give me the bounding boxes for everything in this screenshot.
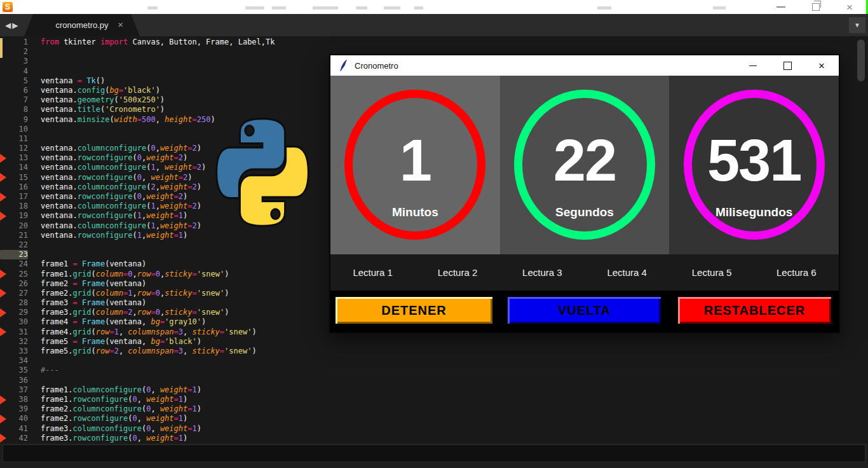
counter-panel-milisegundos: 531Milisegundos (669, 76, 839, 254)
line-number: 8 (0, 105, 28, 114)
titlebar-text-fragment (272, 6, 286, 10)
code-text: frame1.columnconfigure(0, weight=1) (28, 385, 201, 394)
code-text (28, 57, 41, 65)
code-line[interactable]: 41frame3.columnconfigure(0, weight=1) (0, 424, 868, 434)
button-row: DETENERVUELTARESTABLECER (330, 291, 839, 332)
code-text: ventana.title('Cronometro') (28, 105, 165, 114)
cronometro-maximize-button[interactable] (770, 55, 804, 76)
tk-feather-icon (338, 59, 349, 72)
code-text: ventana.columnconfigure(1, weight=2) (28, 163, 206, 172)
code-text: frame4 = Frame(ventana, bg='gray10') (28, 317, 206, 326)
restablecer-button[interactable]: RESTABLECER (678, 297, 831, 324)
detener-button[interactable]: DETENER (336, 297, 492, 324)
cronometro-close-button[interactable]: × (804, 55, 839, 76)
tab-scroll-right-icon[interactable]: ▶ (12, 21, 18, 30)
code-text (28, 240, 41, 249)
code-line[interactable]: 38frame1.rowconfigure(0, weight=1) (0, 395, 868, 404)
line-number: 14 (0, 163, 28, 172)
modified-line-marker-icon (0, 327, 6, 336)
code-text: frame4.grid(row=1, columnspan=3, sticky=… (28, 327, 257, 336)
titlebar-text-fragment (313, 6, 338, 10)
sublime-text-icon: S (3, 2, 13, 12)
titlebar-text-fragment (245, 6, 264, 10)
code-text: ventana.config(bg='black') (28, 86, 160, 95)
window-restore-button[interactable] (812, 3, 820, 11)
code-text: frame3 = Frame(ventana) (28, 298, 146, 307)
line-number: 1 (0, 38, 28, 47)
tab-overflow-dropdown[interactable]: ▼ (849, 17, 865, 33)
code-text: frame1.grid(column=0,row=0,sticky='snew'… (28, 270, 229, 279)
console-panel[interactable] (3, 444, 865, 462)
code-line[interactable]: 39frame2.columnconfigure(0, weight=1) (0, 404, 868, 414)
code-line[interactable]: 35#--- (0, 366, 868, 375)
modified-line-marker-icon (0, 154, 6, 163)
window-minimize-button[interactable] (776, 6, 785, 8)
counter-panel-segundos: 22Segundos (500, 76, 670, 254)
code-text: frame5 = Frame(ventana, bg='black') (28, 337, 201, 346)
code-text (28, 67, 41, 76)
code-line[interactable]: 42frame3.rowconfigure(0, weight=1) (0, 434, 868, 443)
vuelta-button[interactable]: VUELTA (508, 297, 661, 324)
code-text: frame3.grid(column=2,row=0,sticky='snew'… (28, 308, 229, 317)
code-text: ventana.columnconfigure(2,weight=2) (28, 182, 201, 191)
code-text: frame5.grid(row=2, columnspan=3, sticky=… (28, 347, 257, 355)
modified-line-marker-icon (0, 173, 6, 182)
reading-label: Lectura 6 (754, 267, 839, 278)
code-line[interactable]: 33frame5.grid(row=2, columnspan=3, stick… (0, 347, 868, 356)
code-text (28, 250, 41, 259)
modified-line-marker-icon (0, 396, 6, 404)
modified-line-marker-icon (0, 270, 6, 279)
line-number: 12 (0, 144, 28, 153)
line-number: 23 (0, 250, 28, 259)
line-number: 30 (0, 317, 28, 327)
counter-panel-minutos: 1Minutos (330, 76, 500, 254)
line-number: 33 (0, 347, 28, 356)
counter-value: 1 (330, 131, 500, 189)
tab-close-icon[interactable]: × (118, 19, 123, 31)
stopwatch-counters: 1Minutos22Segundos531Milisegundos (330, 76, 839, 254)
counter-value: 22 (500, 131, 670, 189)
editor-scrollbar-thumb[interactable] (857, 39, 865, 81)
tab-scroll-left-icon[interactable]: ◀ (5, 21, 11, 30)
code-text: ventana.columnconfigure(0,weight=2) (28, 144, 201, 153)
code-line[interactable]: 40frame2.rowconfigure(0, weight=1) (0, 414, 868, 423)
lap-readings-row: Lectura 1Lectura 2Lectura 3Lectura 4Lect… (330, 254, 839, 291)
cronometro-minimize-button[interactable] (736, 55, 770, 76)
cronometro-titlebar[interactable]: Cronometro × (330, 55, 839, 76)
line-number: 24 (0, 259, 28, 269)
code-text (28, 125, 41, 134)
code-text: frame2 = Frame(ventana) (28, 279, 146, 288)
titlebar-text-fragment (713, 6, 726, 10)
line-number: 21 (0, 231, 28, 240)
code-text: frame2.columnconfigure(0, weight=1) (28, 404, 201, 413)
code-text: frame1.rowconfigure(0, weight=1) (28, 395, 187, 404)
code-text: ventana.rowconfigure(1,weight=1) (28, 231, 187, 240)
line-number: 39 (0, 404, 28, 414)
tab-cronometro-py[interactable]: cronometro.py × (24, 14, 140, 36)
window-close-button[interactable]: × (846, 2, 853, 13)
bottom-panel (0, 443, 868, 468)
tab-bar: ◀ ▶ cronometro.py × ▼ (0, 14, 868, 36)
line-number: 26 (0, 279, 28, 289)
code-line[interactable]: 37frame1.columnconfigure(0, weight=1) (0, 385, 868, 395)
line-number: 18 (0, 202, 28, 211)
titlebar-text-fragment (147, 6, 158, 10)
line-number: 7 (0, 95, 28, 105)
code-line[interactable]: 36 (0, 376, 868, 385)
reading-label: Lectura 4 (585, 267, 669, 278)
code-line[interactable]: 34 (0, 356, 868, 366)
code-text: frame3.rowconfigure(0, weight=1) (28, 434, 187, 443)
modified-line-marker-icon (0, 308, 6, 317)
code-text: ventana.minsize(width=500, height=250) (28, 115, 215, 124)
line-number: 9 (0, 115, 28, 125)
tab-label: cronometro.py (55, 20, 108, 30)
reading-label: Lectura 5 (669, 267, 754, 278)
line-number: 41 (0, 424, 28, 434)
code-text: #--- (28, 366, 59, 375)
counter-label: Minutos (330, 205, 500, 219)
code-line[interactable]: 1from tkinter import Canvas, Button, Fra… (0, 38, 868, 47)
line-number: 35 (0, 366, 28, 375)
line-number: 2 (0, 47, 28, 57)
line-number: 34 (0, 356, 28, 366)
code-line[interactable]: 32frame5 = Frame(ventana, bg='black') (0, 337, 868, 347)
